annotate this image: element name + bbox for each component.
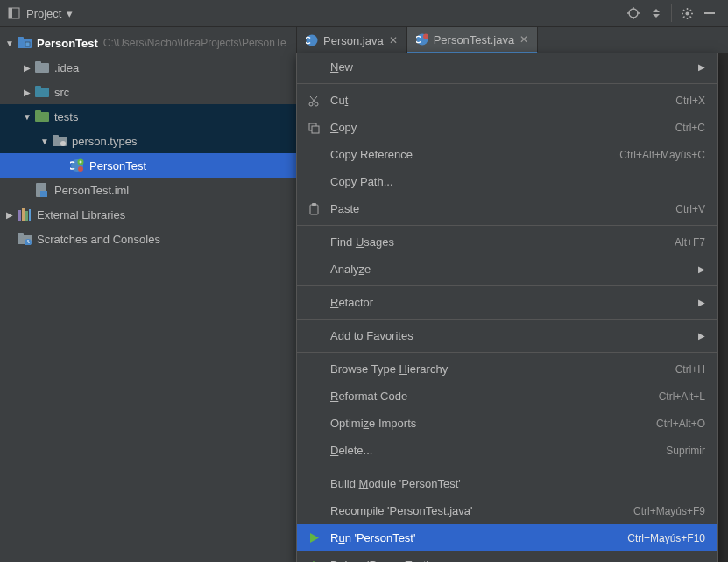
- menu-recompile[interactable]: Recompile 'PersonTest.java'Ctrl+Mayús+F9: [297, 497, 717, 524]
- project-panel-header: Project ▾: [0, 0, 728, 27]
- svg-point-32: [309, 102, 313, 106]
- menu-separator: [297, 285, 717, 286]
- svg-point-31: [423, 34, 428, 39]
- close-tab-icon[interactable]: ✕: [519, 33, 528, 46]
- svg-rect-7: [25, 42, 30, 46]
- menu-add-favorites[interactable]: Add to Favorites▶: [297, 322, 717, 349]
- iml-file-icon: [35, 183, 49, 197]
- svg-rect-13: [35, 110, 41, 114]
- close-tab-icon[interactable]: ✕: [389, 34, 398, 46]
- libraries-icon: [18, 207, 32, 221]
- folder-icon: [35, 60, 49, 74]
- divider: [671, 4, 672, 22]
- menu-delete[interactable]: Delete...Suprimir: [297, 437, 717, 464]
- svg-rect-15: [53, 135, 59, 138]
- debug-icon: [306, 558, 322, 563]
- test-class-icon: [70, 158, 84, 172]
- tree-node-idea[interactable]: ▶ .idea: [0, 55, 296, 80]
- svg-point-33: [315, 102, 318, 106]
- svg-rect-9: [35, 61, 41, 65]
- settings-icon[interactable]: [675, 2, 698, 25]
- svg-rect-36: [310, 205, 318, 214]
- svg-rect-35: [312, 126, 319, 133]
- svg-rect-27: [18, 233, 24, 236]
- project-panel-icon: [7, 6, 21, 20]
- class-icon: [306, 34, 318, 46]
- svg-rect-21: [40, 191, 47, 197]
- menu-run[interactable]: Run 'PersonTest'Ctrl+Mayús+F10: [297, 524, 717, 551]
- tree-node-src[interactable]: ▶ src: [0, 80, 296, 104]
- test-folder-icon: [35, 109, 49, 123]
- tree-node-persontest-class[interactable]: PersonTest: [0, 153, 296, 178]
- test-class-icon: [416, 33, 428, 46]
- menu-build-module[interactable]: Build Module 'PersonTest': [297, 470, 717, 497]
- tree-node-package[interactable]: ▼ person.types: [0, 129, 296, 153]
- tree-root-node[interactable]: ▼ PersonTest C:\Users\Nacho\IdeaProjects…: [0, 31, 296, 55]
- context-menu: New▶ CutCtrl+X CopyCtrl+C Copy Reference…: [296, 53, 718, 562]
- hide-panel-icon[interactable]: [698, 2, 721, 25]
- panel-title: Project: [26, 7, 61, 20]
- menu-find-usages[interactable]: Find UsagesAlt+F7: [297, 228, 717, 256]
- menu-refactor[interactable]: Refactor▶: [297, 289, 717, 316]
- svg-point-16: [60, 141, 66, 146]
- toggle-icon[interactable]: ▶: [4, 210, 16, 220]
- menu-cut[interactable]: CutCtrl+X: [297, 87, 717, 114]
- svg-rect-6: [18, 37, 24, 40]
- menu-separator: [297, 467, 717, 467]
- paste-icon: [306, 201, 322, 217]
- menu-copy[interactable]: CopyCtrl+C: [297, 114, 717, 141]
- menu-copy-reference[interactable]: Copy ReferenceCtrl+Alt+Mayús+C: [297, 141, 717, 168]
- menu-copy-path[interactable]: Copy Path...: [297, 168, 717, 195]
- menu-separator: [297, 83, 717, 84]
- toggle-icon[interactable]: ▶: [21, 63, 33, 73]
- svg-rect-4: [704, 12, 715, 14]
- svg-rect-37: [312, 203, 316, 206]
- toggle-icon[interactable]: ▶: [21, 88, 33, 97]
- menu-separator: [297, 225, 717, 226]
- svg-rect-24: [25, 211, 28, 221]
- menu-paste[interactable]: PasteCtrl+V: [297, 195, 717, 222]
- editor-tab[interactable]: Person.java ✕: [297, 27, 407, 53]
- tree-node-external-libs[interactable]: ▶ External Libraries: [0, 202, 296, 227]
- tree-node-scratches[interactable]: Scratches and Consoles: [0, 227, 296, 251]
- menu-reformat-code[interactable]: Reformat CodeCtrl+Alt+L: [297, 383, 717, 410]
- copy-icon: [306, 120, 322, 136]
- svg-rect-23: [22, 208, 25, 221]
- menu-browse-hierarchy[interactable]: Browse Type HierarchyCtrl+H: [297, 355, 717, 383]
- locate-icon[interactable]: [622, 2, 645, 25]
- svg-rect-1: [9, 8, 12, 18]
- editor-tab-bar: Person.java ✕ PersonTest.java ✕: [297, 27, 728, 53]
- svg-rect-22: [18, 210, 21, 221]
- menu-separator: [297, 352, 717, 353]
- menu-separator: [297, 319, 717, 320]
- svg-rect-25: [29, 209, 31, 221]
- tree-node-iml[interactable]: PersonTest.iml: [0, 178, 296, 202]
- editor-tab[interactable]: PersonTest.java ✕: [407, 27, 539, 53]
- toggle-icon[interactable]: ▼: [39, 137, 51, 146]
- svg-point-19: [78, 166, 83, 172]
- toggle-icon[interactable]: ▼: [21, 112, 33, 122]
- package-icon: [53, 134, 67, 148]
- scratches-icon: [18, 232, 32, 246]
- menu-new[interactable]: New▶: [297, 53, 717, 81]
- svg-rect-11: [35, 86, 41, 89]
- svg-point-29: [307, 35, 318, 46]
- tree-node-tests[interactable]: ▼ tests: [0, 104, 296, 129]
- menu-analyze[interactable]: Analyze▶: [297, 256, 717, 283]
- menu-debug[interactable]: Debug 'PersonTest': [297, 551, 717, 562]
- cut-icon: [306, 93, 322, 109]
- project-tree[interactable]: ▼ PersonTest C:\Users\Nacho\IdeaProjects…: [0, 27, 297, 562]
- toggle-icon[interactable]: ▼: [4, 39, 16, 48]
- svg-point-3: [685, 11, 689, 15]
- panel-dropdown-icon[interactable]: ▾: [67, 7, 73, 20]
- module-icon: [18, 36, 32, 50]
- svg-point-2: [629, 9, 638, 18]
- run-icon: [306, 530, 322, 546]
- source-folder-icon: [35, 85, 49, 99]
- expand-all-icon[interactable]: [645, 2, 668, 25]
- menu-optimize-imports[interactable]: Optimize ImportsCtrl+Alt+O: [297, 410, 717, 437]
